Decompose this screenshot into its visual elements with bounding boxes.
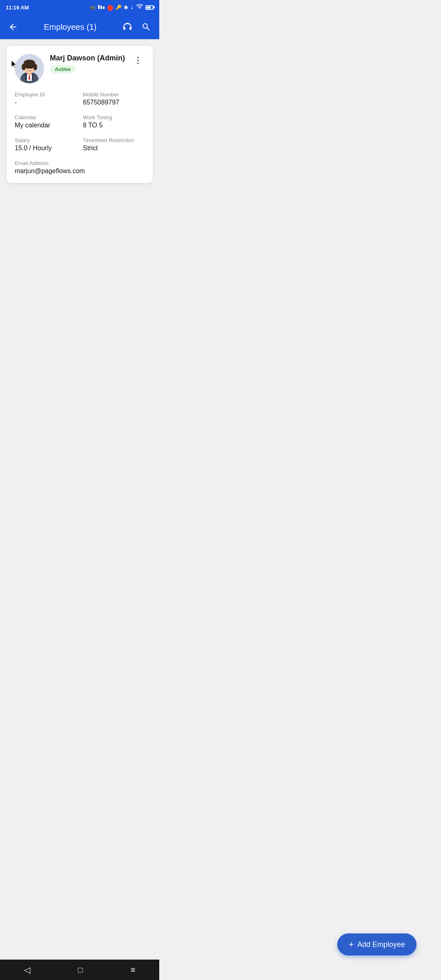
calendar-label: Calendar (15, 114, 76, 120)
employee-id-field: Employee ID - (15, 91, 76, 106)
more-menu-button[interactable] (131, 54, 145, 68)
svg-rect-1 (100, 6, 102, 9)
main-content: Marj Dawson (Admin) Active Employee ID -… (0, 39, 159, 284)
svg-rect-2 (103, 7, 105, 9)
battery-icon (145, 5, 154, 10)
employee-id-value: - (15, 99, 76, 106)
headset-button[interactable] (121, 20, 134, 33)
status-badge: Active (50, 65, 76, 74)
svg-rect-0 (98, 5, 100, 9)
email-field: Email Address marjun@pageflows.com (15, 160, 145, 175)
employee-id-label: Employee ID (15, 91, 76, 98)
employee-card: Marj Dawson (Admin) Active Employee ID -… (7, 46, 153, 183)
app-bar: Employees (1) (0, 15, 159, 39)
calendar-value: My calendar (15, 122, 76, 129)
svg-point-16 (137, 62, 139, 64)
status-bar: 11:19 AM 📹 ⬤ 🔑 ✱ ⇣ (0, 0, 159, 15)
data-icon: ⇣ (130, 5, 134, 10)
info-grid: Employee ID - Mobile Number 6575089797 C… (15, 91, 145, 175)
employee-info: Marj Dawson (Admin) Active (50, 54, 126, 74)
key-icon: 🔑 (116, 4, 122, 10)
work-timing-field: Work Timing 8 TO 5 (83, 114, 145, 129)
work-timing-value: 8 TO 5 (83, 122, 145, 129)
mobile-value: 6575089797 (83, 99, 145, 106)
email-value: marjun@pageflows.com (15, 167, 145, 175)
status-icons: 📹 ⬤ 🔑 ✱ ⇣ (89, 4, 154, 11)
svg-point-15 (137, 60, 139, 61)
wifi-icon (136, 4, 143, 11)
svg-point-13 (31, 67, 33, 69)
calendar-field: Calendar My calendar (15, 114, 76, 129)
work-timing-label: Work Timing (83, 114, 145, 120)
svg-point-11 (33, 64, 37, 70)
timesheet-value: Strict (83, 145, 145, 152)
svg-point-14 (137, 57, 139, 58)
mobile-label: Mobile Number (83, 91, 145, 98)
card-header: Marj Dawson (Admin) Active (15, 54, 145, 83)
mobile-field: Mobile Number 6575089797 (83, 91, 145, 106)
video-icon: 📹 (89, 4, 96, 10)
timesheet-label: Timesheet Restriction (83, 137, 145, 143)
avatar (15, 54, 44, 83)
salary-field: Salary 15.0 / Hourly (15, 137, 76, 152)
search-button[interactable] (140, 20, 153, 33)
back-button[interactable] (7, 20, 20, 33)
svg-point-10 (22, 64, 26, 70)
status-time: 11:19 AM (6, 4, 29, 11)
employee-name: Marj Dawson (Admin) (50, 54, 126, 62)
timesheet-field: Timesheet Restriction Strict (83, 137, 145, 152)
record-icon: ⬤ (107, 4, 114, 11)
page-title: Employees (1) (20, 22, 121, 32)
salary-label: Salary (15, 137, 76, 143)
salary-value: 15.0 / Hourly (15, 145, 76, 152)
app-bar-actions (121, 20, 153, 33)
sim-icon (98, 4, 105, 11)
svg-point-12 (26, 67, 28, 69)
bluetooth-icon: ✱ (124, 4, 128, 11)
email-label: Email Address (15, 160, 145, 166)
